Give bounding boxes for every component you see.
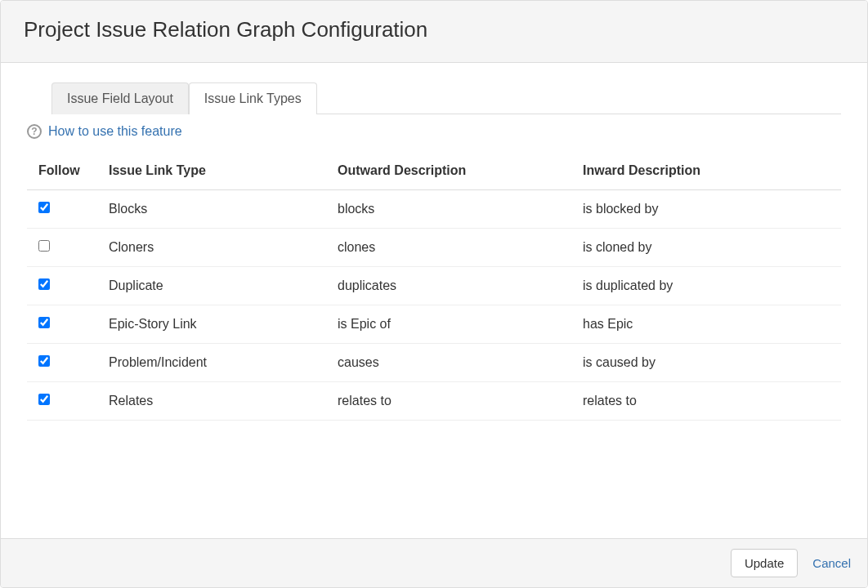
cell-outward: is Epic of bbox=[329, 305, 575, 344]
follow-checkbox[interactable] bbox=[38, 278, 50, 290]
follow-checkbox[interactable] bbox=[38, 355, 50, 367]
cancel-link[interactable]: Cancel bbox=[812, 556, 851, 570]
table-header-row: Follow Issue Link Type Outward Descripti… bbox=[27, 154, 841, 190]
help-link[interactable]: How to use this feature bbox=[48, 124, 182, 139]
follow-checkbox[interactable] bbox=[38, 240, 50, 252]
cell-outward: causes bbox=[329, 344, 575, 382]
cell-inward: is cloned by bbox=[575, 229, 841, 267]
cell-follow bbox=[27, 305, 101, 344]
col-follow: Follow bbox=[27, 154, 101, 190]
cell-inward: is caused by bbox=[575, 344, 841, 382]
table-row: Clonersclonesis cloned by bbox=[27, 229, 841, 267]
cell-outward: clones bbox=[329, 229, 575, 267]
table-row: Duplicateduplicatesis duplicated by bbox=[27, 267, 841, 305]
cell-link-type: Duplicate bbox=[101, 267, 329, 305]
tab-issue-field-layout[interactable]: Issue Field Layout bbox=[51, 82, 189, 114]
tabs: Issue Field Layout Issue Link Types bbox=[51, 82, 841, 114]
table-row: Blocksblocksis blocked by bbox=[27, 190, 841, 229]
cell-link-type: Cloners bbox=[101, 229, 329, 267]
table-row: Relatesrelates torelates to bbox=[27, 382, 841, 421]
dialog-body: Issue Field Layout Issue Link Types ? Ho… bbox=[1, 63, 867, 538]
col-inward: Inward Description bbox=[575, 154, 841, 190]
help-icon: ? bbox=[27, 124, 42, 139]
help-row: ? How to use this feature bbox=[27, 124, 841, 139]
cell-follow bbox=[27, 382, 101, 421]
cell-outward: blocks bbox=[329, 190, 575, 229]
cell-link-type: Relates bbox=[101, 382, 329, 421]
cell-outward: duplicates bbox=[329, 267, 575, 305]
col-link-type: Issue Link Type bbox=[101, 154, 329, 190]
cell-inward: has Epic bbox=[575, 305, 841, 344]
follow-checkbox[interactable] bbox=[38, 317, 50, 328]
cell-outward: relates to bbox=[329, 382, 575, 421]
table-row: Problem/Incidentcausesis caused by bbox=[27, 344, 841, 382]
cell-link-type: Epic-Story Link bbox=[101, 305, 329, 344]
dialog-header: Project Issue Relation Graph Configurati… bbox=[1, 1, 867, 63]
cell-follow bbox=[27, 229, 101, 267]
update-button[interactable]: Update bbox=[731, 549, 798, 577]
follow-checkbox[interactable] bbox=[38, 394, 50, 405]
table-row: Epic-Story Linkis Epic ofhas Epic bbox=[27, 305, 841, 344]
cell-link-type: Blocks bbox=[101, 190, 329, 229]
dialog-footer: Update Cancel bbox=[1, 538, 867, 587]
tab-issue-link-types[interactable]: Issue Link Types bbox=[189, 82, 317, 114]
cell-inward: is blocked by bbox=[575, 190, 841, 229]
cell-follow bbox=[27, 267, 101, 305]
config-dialog: Project Issue Relation Graph Configurati… bbox=[0, 0, 868, 588]
cell-follow bbox=[27, 190, 101, 229]
cell-link-type: Problem/Incident bbox=[101, 344, 329, 382]
col-outward: Outward Description bbox=[329, 154, 575, 190]
cell-follow bbox=[27, 344, 101, 382]
dialog-title: Project Issue Relation Graph Configurati… bbox=[24, 17, 844, 42]
cell-inward: is duplicated by bbox=[575, 267, 841, 305]
cell-inward: relates to bbox=[575, 382, 841, 421]
follow-checkbox[interactable] bbox=[38, 202, 50, 213]
link-types-table: Follow Issue Link Type Outward Descripti… bbox=[27, 154, 841, 421]
